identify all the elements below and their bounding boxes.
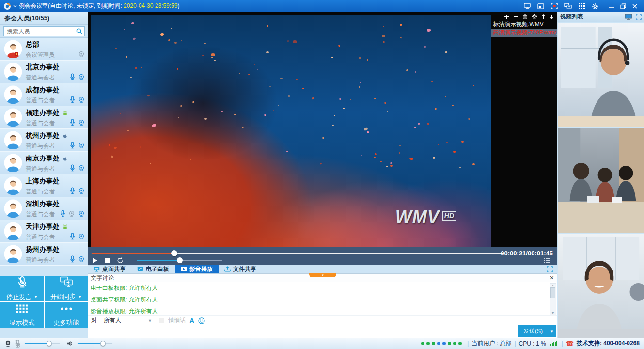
- participant-row[interactable]: 南京办事处普通与会者: [0, 152, 88, 174]
- scroll-up-icon[interactable]: ▲: [551, 284, 555, 287]
- chat-close-button[interactable]: ×: [550, 274, 554, 281]
- minimize-button[interactable]: [606, 1, 617, 11]
- network-sync-icon[interactable]: [562, 1, 574, 11]
- whiteboard-window-icon[interactable]: [535, 1, 547, 11]
- mic-volume-slider[interactable]: [25, 343, 60, 344]
- mic-icon[interactable]: [70, 73, 75, 80]
- participant-role: 会议管理员: [26, 51, 55, 59]
- mic-icon[interactable]: [70, 187, 75, 194]
- chat-input[interactable]: [88, 326, 557, 339]
- screen-share-icon[interactable]: [521, 1, 533, 11]
- search-input[interactable]: [3, 26, 85, 36]
- avatar: [4, 40, 22, 58]
- stop-speaking-button[interactable]: 停止发言▼: [0, 276, 44, 301]
- monitor-icon[interactable]: [625, 14, 632, 20]
- remove-file-icon[interactable]: [513, 14, 518, 19]
- webcam-icon[interactable]: [78, 233, 85, 240]
- video-thumbnail[interactable]: [558, 128, 644, 233]
- webcam-icon[interactable]: [78, 256, 85, 263]
- replay-button[interactable]: [117, 257, 124, 264]
- tab-whiteboard[interactable]: 电子白板: [131, 265, 175, 273]
- webcam-icon[interactable]: [78, 119, 85, 126]
- record-icon[interactable]: [549, 1, 560, 11]
- chevron-down-icon[interactable]: ▼: [78, 295, 82, 299]
- chat-scrollbar[interactable]: ▲▼: [550, 283, 556, 315]
- scroll-thumb[interactable]: [550, 287, 555, 298]
- chevron-down-icon[interactable]: ▼: [34, 295, 38, 299]
- webcam-gray-icon[interactable]: [78, 51, 85, 58]
- webcam-icon[interactable]: [78, 210, 85, 217]
- font-icon[interactable]: A: [189, 317, 194, 325]
- participant-row[interactable]: 成都办事处普通与会者: [0, 83, 88, 106]
- progress-bar[interactable]: [92, 253, 503, 254]
- participant-row[interactable]: 上海办事处普通与会者: [0, 174, 88, 197]
- tab-desktop-share[interactable]: 桌面共享: [88, 265, 131, 273]
- webcam-icon[interactable]: [78, 165, 85, 172]
- mic-volume-thumb[interactable]: [47, 341, 52, 346]
- video-player[interactable]: WMVHD: [91, 15, 491, 247]
- media-play-icon: [181, 266, 187, 272]
- play-button[interactable]: [92, 257, 98, 264]
- participant-row[interactable]: 扬州办事处普通与会者: [0, 243, 88, 266]
- mic-icon[interactable]: [70, 255, 75, 263]
- participant-row[interactable]: 天津办事处普通与会者: [0, 220, 88, 243]
- whisper-checkbox[interactable]: [159, 318, 164, 323]
- progress-thumb[interactable]: [171, 250, 177, 256]
- stop-button[interactable]: [105, 258, 110, 263]
- video-thumbnail[interactable]: [558, 234, 644, 338]
- start-sync-button[interactable]: 开始同步▼: [45, 276, 88, 301]
- participant-row[interactable]: 深圳办事处普通与会者: [0, 197, 88, 220]
- playlist-item[interactable]: 标清演示视频.WMV: [491, 20, 557, 29]
- chat-collapse-handle[interactable]: ▾: [309, 273, 336, 277]
- video-list-title: 视频列表: [560, 13, 583, 21]
- search-icon[interactable]: [76, 28, 83, 36]
- playlist-toggle-icon[interactable]: [544, 258, 551, 265]
- participant-row[interactable]: 杭州办事处普通与会者: [0, 129, 88, 152]
- participant-row[interactable]: 北京办事处普通与会者: [0, 61, 88, 83]
- more-features-button[interactable]: 更多功能: [45, 302, 88, 328]
- participant-row[interactable]: 总部会议管理员: [0, 38, 88, 61]
- volume-slider[interactable]: [137, 260, 222, 261]
- webcam-icon[interactable]: [4, 340, 12, 347]
- mic-icon[interactable]: [70, 119, 75, 126]
- video-thumbnail[interactable]: [558, 23, 644, 127]
- mic-icon[interactable]: [70, 96, 75, 103]
- speaker-volume-thumb[interactable]: [100, 341, 106, 346]
- logo-chevron-icon[interactable]: [13, 5, 17, 8]
- participant-role: 普通与会者: [26, 119, 68, 127]
- maximize-button[interactable]: [617, 1, 629, 11]
- playlist-item[interactable]: 高清演示视频-720P.wmv删除: [491, 29, 557, 37]
- mic-muted-icon[interactable]: [15, 340, 21, 348]
- webcam-icon[interactable]: [78, 74, 85, 80]
- mic-icon[interactable]: [70, 142, 75, 149]
- tab-media-play[interactable]: 影音播放: [175, 265, 219, 273]
- tab-file-share[interactable]: 文件共享: [219, 265, 262, 273]
- emoji-icon[interactable]: [198, 317, 205, 324]
- speaker-volume-slider[interactable]: [78, 343, 112, 344]
- send-options-button[interactable]: ▼: [548, 325, 556, 337]
- expand-icon[interactable]: [636, 14, 642, 20]
- webcam-icon[interactable]: [78, 142, 85, 149]
- mic-icon[interactable]: [60, 210, 65, 217]
- display-mode-button[interactable]: 显示模式: [0, 302, 44, 328]
- playlist-settings-gear-icon[interactable]: [532, 14, 537, 19]
- volume-thumb[interactable]: [177, 257, 183, 263]
- webcam-icon[interactable]: [78, 188, 85, 194]
- participant-row[interactable]: 福建办事处普通与会者: [0, 106, 88, 129]
- close-button[interactable]: [629, 1, 641, 11]
- add-file-icon[interactable]: [504, 14, 509, 19]
- move-down-icon[interactable]: [550, 14, 554, 19]
- trash-icon[interactable]: [522, 14, 528, 19]
- scroll-down-icon[interactable]: ▼: [551, 311, 555, 315]
- expand-icon[interactable]: [547, 266, 553, 272]
- layout-grid-icon[interactable]: [576, 1, 587, 11]
- speaker-icon[interactable]: [66, 340, 74, 347]
- send-button[interactable]: 发送(S): [518, 325, 548, 337]
- webcam-gray-icon[interactable]: [68, 210, 75, 217]
- webcam-icon[interactable]: [78, 96, 85, 103]
- mic-icon[interactable]: [70, 164, 75, 172]
- mic-icon[interactable]: [70, 233, 75, 240]
- recipient-select[interactable]: 所有人▼: [101, 317, 155, 325]
- settings-gear-icon[interactable]: [589, 1, 601, 11]
- move-up-icon[interactable]: [541, 14, 546, 19]
